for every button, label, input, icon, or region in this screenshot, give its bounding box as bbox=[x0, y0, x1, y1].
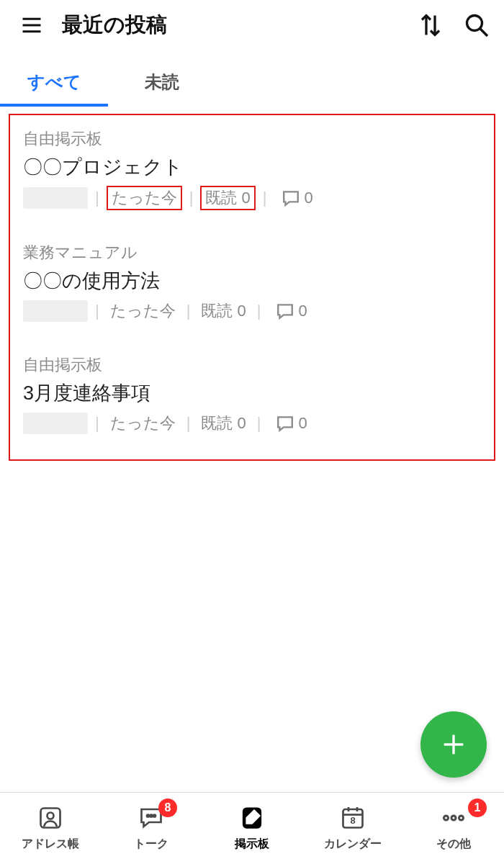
post-title: 3月度連絡事項 bbox=[23, 380, 481, 406]
svg-point-12 bbox=[150, 815, 153, 817]
talk-badge: 8 bbox=[158, 798, 177, 817]
hamburger-menu-icon[interactable] bbox=[17, 11, 46, 40]
nav-talk[interactable]: 8 トーク bbox=[101, 793, 202, 864]
post-author-redacted bbox=[23, 187, 88, 209]
page-title: 最近の投稿 bbox=[62, 11, 418, 40]
post-author-redacted bbox=[23, 300, 88, 322]
post-comment-count: 0 bbox=[299, 414, 307, 433]
nav-contacts[interactable]: アドレス帳 bbox=[0, 793, 101, 864]
divider: | bbox=[257, 414, 261, 433]
calendar-day: 8 bbox=[340, 815, 366, 826]
header-actions bbox=[418, 12, 490, 38]
compose-fab[interactable] bbox=[420, 711, 487, 778]
svg-line-6 bbox=[480, 29, 488, 37]
post-read-count: 既読 0 bbox=[200, 186, 255, 210]
post-read-count: 既読 0 bbox=[197, 300, 249, 323]
svg-point-13 bbox=[153, 815, 156, 817]
contacts-icon bbox=[37, 805, 63, 834]
post-read-count: 既読 0 bbox=[197, 412, 249, 435]
post-meta: | たった今 | 既読 0 | 0 bbox=[23, 412, 481, 435]
svg-point-10 bbox=[48, 813, 54, 819]
nav-label: アドレス帳 bbox=[22, 837, 79, 852]
divider: | bbox=[263, 189, 267, 207]
post-author-redacted bbox=[23, 413, 88, 434]
post-time: たった今 bbox=[107, 186, 182, 210]
comment-icon bbox=[276, 302, 294, 320]
nav-label: その他 bbox=[436, 837, 471, 852]
header: 最近の投稿 bbox=[0, 0, 504, 48]
svg-point-11 bbox=[147, 815, 149, 817]
post-comment-count: 0 bbox=[299, 302, 307, 320]
svg-point-20 bbox=[451, 816, 456, 820]
nav-calendar[interactable]: 8 カレンダー bbox=[302, 793, 403, 864]
post-category: 業務マニュアル bbox=[23, 242, 481, 264]
divider: | bbox=[95, 414, 99, 433]
svg-point-5 bbox=[467, 16, 482, 31]
post-comment-count: 0 bbox=[305, 189, 313, 207]
calendar-icon: 8 bbox=[340, 805, 366, 834]
more-icon bbox=[441, 805, 467, 834]
bottom-nav: アドレス帳 8 トーク 掲示板 8 カレンダー bbox=[0, 792, 504, 864]
divider: | bbox=[186, 414, 191, 433]
post-meta: | たった今 | 既読 0 | 0 bbox=[23, 300, 481, 323]
search-icon[interactable] bbox=[464, 12, 490, 38]
svg-point-19 bbox=[444, 816, 449, 820]
comment-icon bbox=[282, 189, 300, 207]
post-time: たった今 bbox=[107, 412, 179, 435]
more-badge: 1 bbox=[468, 798, 487, 817]
nav-label: カレンダー bbox=[324, 837, 382, 852]
sort-icon[interactable] bbox=[418, 12, 444, 38]
post-item[interactable]: 自由掲示板 〇〇プロジェクト | たった今 | 既読 0 | 0 bbox=[10, 122, 494, 222]
comment-icon bbox=[276, 414, 294, 433]
post-item[interactable]: 業務マニュアル 〇〇の使用方法 | たった今 | 既読 0 | 0 bbox=[10, 236, 494, 334]
divider: | bbox=[189, 189, 194, 207]
nav-board[interactable]: 掲示板 bbox=[202, 793, 302, 864]
posts-highlight-box: 自由掲示板 〇〇プロジェクト | たった今 | 既読 0 | 0 業務マニュアル… bbox=[9, 114, 495, 461]
tabs: すべて 未読 bbox=[0, 48, 504, 107]
divider: | bbox=[95, 189, 99, 207]
divider: | bbox=[95, 302, 99, 320]
tab-unread[interactable]: 未読 bbox=[108, 60, 216, 107]
post-title: 〇〇の使用方法 bbox=[23, 268, 481, 294]
divider: | bbox=[257, 302, 261, 320]
nav-label: 掲示板 bbox=[235, 837, 269, 852]
svg-point-21 bbox=[459, 816, 464, 820]
post-meta: | たった今 | 既読 0 | 0 bbox=[23, 186, 481, 210]
nav-more[interactable]: 1 その他 bbox=[403, 793, 504, 864]
post-title: 〇〇プロジェクト bbox=[23, 154, 481, 180]
nav-label: トーク bbox=[134, 837, 168, 852]
divider: | bbox=[186, 302, 191, 320]
board-icon bbox=[239, 805, 265, 834]
post-time: たった今 bbox=[107, 300, 179, 323]
tab-all[interactable]: すべて bbox=[0, 60, 108, 107]
post-category: 自由掲示板 bbox=[23, 354, 481, 376]
post-item[interactable]: 自由掲示板 3月度連絡事項 | たった今 | 既読 0 | 0 bbox=[10, 348, 494, 446]
post-category: 自由掲示板 bbox=[23, 128, 481, 150]
